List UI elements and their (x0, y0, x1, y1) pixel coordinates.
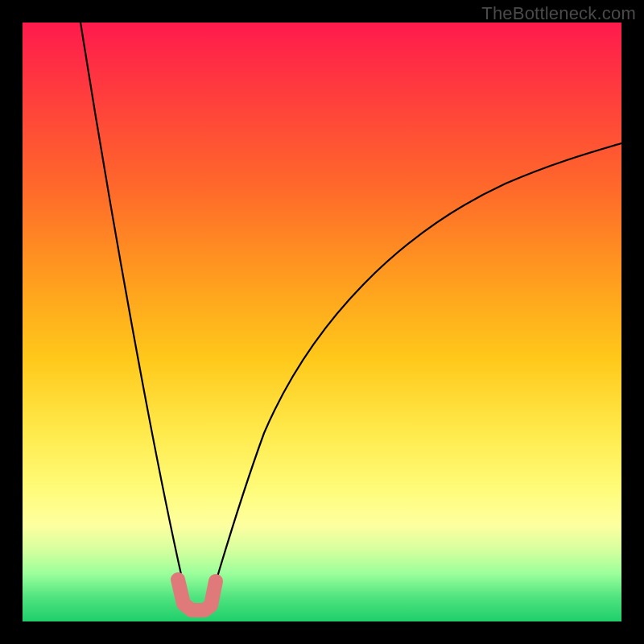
optimal-zone-marker (178, 580, 216, 610)
watermark-text: TheBottleneck.com (481, 3, 636, 24)
left-curve (80, 23, 193, 612)
right-curve (206, 143, 621, 612)
plot-area (23, 23, 621, 621)
bottleneck-curve-svg (23, 23, 621, 621)
